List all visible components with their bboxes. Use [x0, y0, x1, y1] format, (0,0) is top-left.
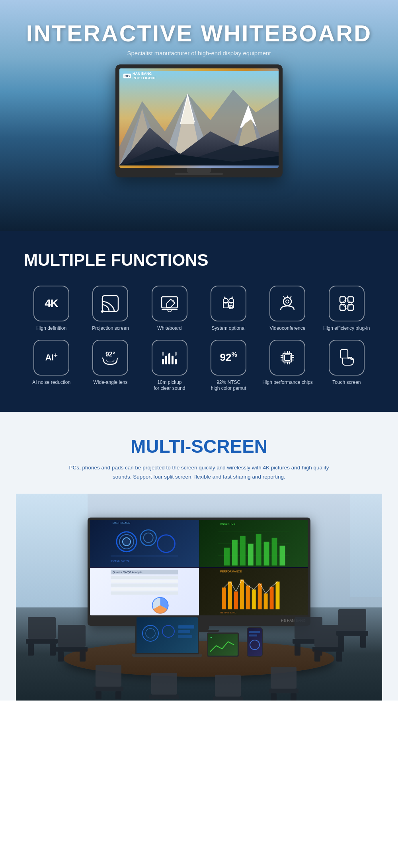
- ai-icon-box: AI+: [33, 340, 69, 376]
- function-gamut: 92% 92% NTSChigh color gamut: [201, 340, 256, 392]
- svg-rect-107: [178, 625, 194, 629]
- room-screen-display: DASHBOARD STATUS: ACTIVE: [90, 520, 308, 615]
- svg-point-104: [142, 625, 158, 641]
- svg-line-39: [102, 358, 103, 360]
- screen-quad-2: ANALYTICS: [199, 520, 308, 568]
- svg-rect-98: [252, 590, 256, 609]
- touch-icon: [337, 348, 357, 368]
- function-wideangle: 92° Wide-angle lens: [83, 340, 138, 392]
- svg-text:PERFORMANCE: PERFORMANCE: [220, 570, 242, 573]
- svg-rect-94: [228, 582, 232, 609]
- svg-rect-96: [240, 580, 244, 609]
- svg-rect-75: [224, 547, 230, 565]
- functions-title: MULTIPLE FUNCTIONS: [24, 251, 374, 270]
- svg-rect-99: [258, 584, 261, 609]
- room-screen-mount: DASHBOARD STATUS: ACTIVE: [88, 518, 310, 632]
- hero-subtitle: Specialist manufacturer of high-end disp…: [127, 50, 271, 56]
- multiscreen-title: MULTI-SCREEN: [16, 436, 382, 457]
- screen-quad-3: Quarter QA/Q1 Analysis: [90, 568, 199, 615]
- svg-rect-87: [111, 580, 178, 583]
- svg-rect-108: [178, 630, 190, 633]
- function-label-touch: Touch screen: [332, 380, 361, 386]
- function-video: Videoconference: [260, 286, 315, 332]
- svg-rect-44: [172, 356, 174, 364]
- screen-quad-4: PERFORMANCE: [199, 568, 308, 615]
- svg-line-24: [224, 297, 226, 298]
- function-system: System optional: [201, 286, 256, 332]
- svg-rect-101: [269, 587, 273, 609]
- svg-text:Quarter QA/Q1 Analysis: Quarter QA/Q1 Analysis: [113, 571, 142, 574]
- camera-icon: [277, 294, 297, 313]
- hero-monitor: HB HAN BANGINTELLIGENT: [115, 64, 283, 177]
- svg-text:ANALYTICS: ANALYTICS: [220, 522, 236, 525]
- android-icon: [219, 294, 238, 313]
- touch-icon-box: [329, 340, 365, 376]
- hero-section: INTERACTIVE WHITEBOARD Specialist manufa…: [0, 0, 398, 231]
- conference-room: DASHBOARD STATUS: ACTIVE: [16, 494, 382, 701]
- svg-line-33: [290, 296, 291, 298]
- svg-point-14: [101, 310, 103, 313]
- system-icon-box: [211, 286, 246, 321]
- svg-rect-109: [178, 635, 192, 638]
- function-plug: High efficiency plug-in: [319, 286, 374, 332]
- svg-rect-88: [111, 584, 178, 587]
- plug-icon: [337, 294, 357, 313]
- wide-angle-icon: 92°: [100, 348, 120, 368]
- svg-rect-46: [162, 352, 164, 356]
- svg-point-113: [250, 640, 259, 650]
- function-sound: 10m pickupfor clear sound: [142, 340, 197, 392]
- svg-rect-100: [263, 594, 267, 609]
- svg-point-29: [283, 298, 291, 306]
- chips-icon-box: [269, 340, 305, 376]
- chip-icon: [277, 348, 297, 368]
- svg-rect-89: [111, 588, 178, 591]
- gamut-text-icon: 92%: [220, 351, 237, 364]
- multiscreen-section: MULTI-SCREEN PCs, phones and pads can be…: [0, 412, 398, 701]
- room-screen-frame: DASHBOARD STATUS: ACTIVE: [88, 518, 310, 626]
- svg-point-65: [123, 537, 131, 545]
- svg-rect-41: [162, 359, 164, 364]
- svg-point-68: [158, 535, 175, 552]
- svg-rect-47: [175, 352, 177, 356]
- svg-rect-76: [232, 539, 237, 565]
- svg-text:STATUS: ACTIVE: STATUS: ACTIVE: [111, 559, 129, 562]
- pen-icon: [160, 294, 179, 313]
- cast-icon: [100, 294, 120, 313]
- svg-text:HB HAN BANG: HB HAN BANG: [220, 611, 236, 614]
- svg-rect-78: [248, 543, 253, 565]
- device-tablet: ●: [207, 633, 239, 657]
- svg-rect-36: [340, 305, 345, 310]
- svg-rect-79: [256, 534, 261, 566]
- svg-rect-81: [271, 537, 277, 565]
- svg-rect-97: [246, 586, 250, 609]
- svg-rect-90: [111, 592, 178, 595]
- sound-waves-icon: [160, 348, 179, 368]
- function-label-plug: High efficiency plug-in: [323, 325, 370, 332]
- function-projection: Projection screen: [83, 286, 138, 332]
- svg-rect-42: [165, 356, 167, 364]
- svg-line-40: [117, 358, 118, 360]
- svg-rect-37: [348, 305, 353, 310]
- svg-rect-112: [249, 634, 257, 636]
- monitor-brand: HB HAN BANGINTELLIGENT: [123, 72, 156, 80]
- svg-rect-49: [285, 355, 290, 360]
- room-window-right: [350, 494, 382, 597]
- svg-rect-86: [111, 576, 178, 579]
- multiscreen-description: PCs, phones and pads can be projected to…: [64, 463, 334, 482]
- function-chips: High performance chips: [260, 340, 315, 392]
- function-label-4k: High definition: [36, 325, 66, 332]
- svg-rect-82: [279, 545, 285, 565]
- projection-icon-box: [92, 286, 128, 321]
- function-label-ai: AI noise reduction: [32, 380, 70, 386]
- 4k-icon-box: 4K: [33, 286, 69, 321]
- svg-rect-77: [240, 535, 245, 565]
- function-ai: AI+ AI noise reduction: [24, 340, 79, 392]
- svg-text:DASHBOARD: DASHBOARD: [113, 522, 130, 524]
- svg-rect-111: [249, 631, 260, 633]
- video-icon-box: [269, 286, 305, 321]
- svg-rect-35: [348, 297, 353, 302]
- hero-title: INTERACTIVE WHITEBOARD: [26, 20, 372, 47]
- svg-text:92°: 92°: [105, 351, 115, 358]
- device-laptop: [135, 616, 199, 657]
- svg-rect-34: [340, 297, 345, 302]
